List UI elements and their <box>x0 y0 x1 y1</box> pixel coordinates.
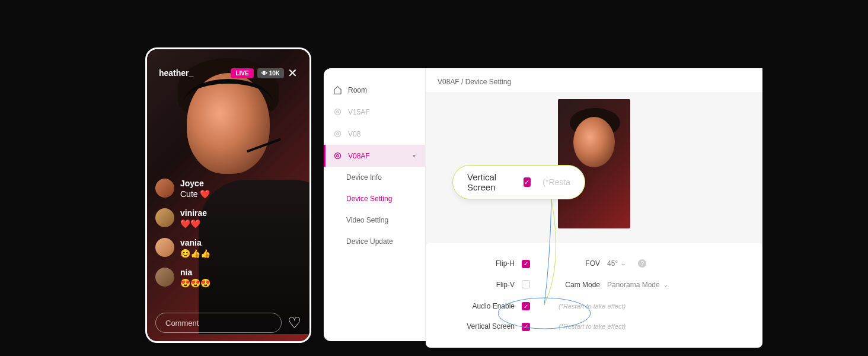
commenter-name: vania <box>180 238 210 247</box>
cam-mode-label: Cam Mode <box>559 281 600 289</box>
list-item: vania 😊👍👍 <box>155 238 210 258</box>
callout-checkbox: ✓ <box>524 177 531 187</box>
sidebar: Room V15AF V08 V08AF ▾ Device Info Devic… <box>324 68 426 341</box>
username: heather_ <box>159 68 193 78</box>
fov-value: 45° <box>607 259 618 268</box>
view-count: 10K <box>269 70 280 77</box>
settings-panel: Room V15AF V08 V08AF ▾ Device Info Devic… <box>324 68 762 341</box>
breadcrumb: V08AF / Device Setting <box>426 68 762 92</box>
sidebar-item-video-setting[interactable]: Video Setting <box>346 209 425 231</box>
svg-point-1 <box>337 111 339 113</box>
comment-message: Cute ❤️ <box>180 189 210 199</box>
commenter-name: nia <box>180 268 210 277</box>
cam-mode-value: Panorama Mode <box>607 281 660 289</box>
svg-point-5 <box>337 155 339 157</box>
flip-v-checkbox[interactable] <box>522 280 530 288</box>
home-icon <box>333 85 342 94</box>
sidebar-item-v08af[interactable]: V08AF ▾ <box>324 145 425 167</box>
list-item: nia 😍😍😍 <box>155 268 210 288</box>
commenter-name: Joyce <box>180 179 210 188</box>
svg-point-2 <box>335 131 341 137</box>
fov-select[interactable]: 45° ⌄ <box>607 259 626 268</box>
sidebar-item-device-update[interactable]: Device Update <box>346 231 425 252</box>
sidebar-item-v08[interactable]: V08 <box>324 123 425 145</box>
comments-list: Joyce Cute ❤️ vinirae ❤️❤️ vania 😊👍👍 <box>155 179 210 288</box>
streamer-image <box>187 73 270 174</box>
stream-header: heather_ LIVE 👁 10K ✕ <box>147 66 309 80</box>
stream-footer: ♡ <box>155 313 301 333</box>
avatar <box>155 268 174 287</box>
callout-hint: (*Resta <box>542 177 570 187</box>
vertical-screen-label: Vertical Screen <box>461 322 515 330</box>
sidebar-item-room[interactable]: Room <box>324 79 425 101</box>
heart-icon[interactable]: ♡ <box>288 314 301 332</box>
flip-h-checkbox[interactable]: ✓ <box>522 260 530 268</box>
comment-message: 😍😍😍 <box>180 278 210 288</box>
flip-v-label: Flip-V <box>461 281 515 289</box>
restart-hint: (*Restart to take effect) <box>559 303 626 310</box>
commenter-name: vinirae <box>180 208 207 218</box>
phone-mockup: heather_ LIVE 👁 10K ✕ Joyce Cute ❤️ <box>145 47 311 343</box>
svg-point-3 <box>337 133 339 135</box>
close-icon[interactable]: ✕ <box>288 66 298 80</box>
preview-area <box>426 92 762 236</box>
sidebar-item-label: V08 <box>348 130 360 138</box>
restart-hint: (*Restart to take effect) <box>559 323 626 330</box>
camera-icon <box>333 129 342 138</box>
avatar <box>155 179 174 198</box>
avatar <box>155 238 174 257</box>
setting-row: Audio Enable ✓ (*Restart to take effect) <box>461 302 751 311</box>
setting-row: Vertical Screen ✓ (*Restart to take effe… <box>461 322 751 331</box>
sidebar-item-label: V15AF <box>348 108 370 116</box>
phone-screen: heather_ LIVE 👁 10K ✕ Joyce Cute ❤️ <box>147 49 309 341</box>
sidebar-item-label: Room <box>348 86 367 94</box>
settings-form: Flip-H ✓ FOV 45° ⌄ ? Flip-V Cam Mode Pan… <box>426 243 762 348</box>
cam-mode-select[interactable]: Panorama Mode ⌄ <box>607 281 668 289</box>
list-item: Joyce Cute ❤️ <box>155 179 210 199</box>
setting-row: Flip-V Cam Mode Panorama Mode ⌄ <box>461 280 751 290</box>
list-item: vinirae ❤️❤️ <box>155 208 210 228</box>
camera-preview <box>558 99 630 228</box>
main-content: V08AF / Device Setting Flip-H ✓ FOV 45° … <box>426 68 762 341</box>
sidebar-submenu: Device Info Device Setting Video Setting… <box>324 167 425 252</box>
comment-message: ❤️❤️ <box>180 219 207 228</box>
camera-icon <box>333 107 342 116</box>
audio-enable-checkbox[interactable]: ✓ <box>522 302 530 310</box>
flip-h-label: Flip-H <box>461 259 515 268</box>
camera-icon <box>333 151 342 160</box>
chevron-down-icon: ⌄ <box>621 260 626 266</box>
views-badge: 👁 10K <box>257 68 284 78</box>
sidebar-item-device-info[interactable]: Device Info <box>346 167 425 188</box>
svg-point-4 <box>335 153 341 159</box>
help-icon[interactable]: ? <box>638 259 646 268</box>
live-badge: LIVE <box>231 68 253 78</box>
avatar <box>155 208 174 227</box>
callout-label: Vertical Screen <box>467 172 515 192</box>
comment-input[interactable] <box>155 313 282 333</box>
fov-label: FOV <box>559 259 600 268</box>
sidebar-item-v15af[interactable]: V15AF <box>324 101 425 123</box>
sidebar-item-label: V08AF <box>348 152 370 160</box>
sidebar-item-device-setting[interactable]: Device Setting <box>346 188 425 209</box>
callout-pill: Vertical Screen ✓ (*Resta <box>452 165 585 199</box>
setting-row: Flip-H ✓ FOV 45° ⌄ ? <box>461 259 751 268</box>
chevron-down-icon: ⌄ <box>663 282 668 288</box>
svg-point-0 <box>335 109 341 115</box>
eye-icon: 👁 <box>261 70 267 77</box>
comment-message: 😊👍👍 <box>180 249 210 258</box>
audio-enable-label: Audio Enable <box>461 302 515 310</box>
vertical-screen-checkbox[interactable]: ✓ <box>522 323 530 331</box>
chevron-down-icon: ▾ <box>413 152 416 159</box>
